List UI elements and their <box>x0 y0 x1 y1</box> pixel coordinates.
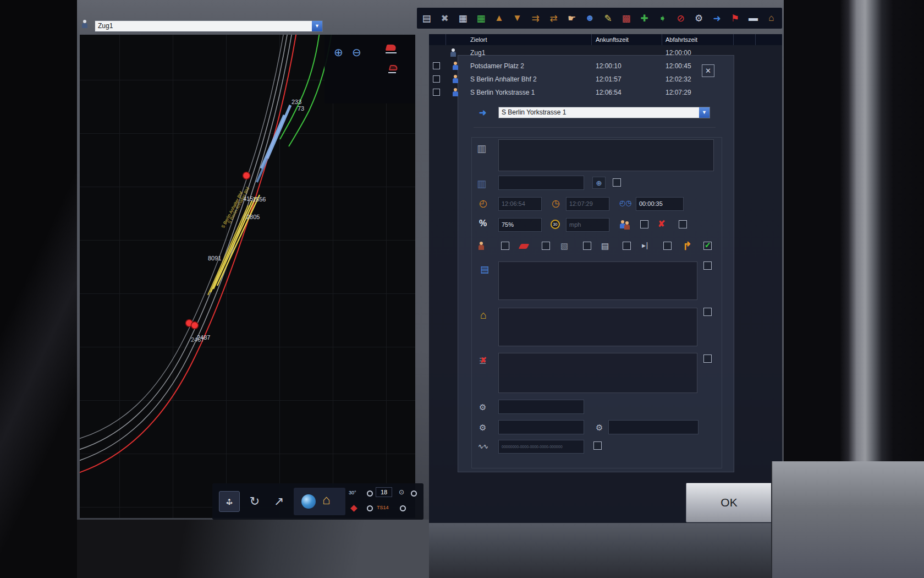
chevron-down-icon[interactable]: ▼ <box>699 107 710 118</box>
save-button[interactable]: ▤ <box>419 10 435 26</box>
lower-button[interactable]: ▼ <box>509 10 525 26</box>
passenger-icon <box>452 62 459 70</box>
depot-list-box[interactable] <box>498 308 697 346</box>
departure-clock-icon: ◷ <box>552 198 560 209</box>
map-label: 1556 <box>252 196 266 203</box>
pan-mode-button[interactable]: ↔ ↕ <box>219 491 240 512</box>
shift-forward-button[interactable]: ⇉ <box>527 10 543 26</box>
signal-marker-outline-icon[interactable] <box>389 65 398 70</box>
coupling-gear-icon: ⚙ <box>479 402 486 412</box>
home-view-icon[interactable]: ⌂ <box>322 492 331 508</box>
row-checkbox[interactable] <box>433 89 440 96</box>
raise-button[interactable]: ▲ <box>491 10 507 26</box>
no-rails-icon: ☰✘ <box>479 356 490 366</box>
train-marker-1[interactable] <box>243 172 250 179</box>
scenario-settings-button[interactable]: ⚙ <box>691 10 707 26</box>
signal-marker-icon[interactable] <box>386 45 397 51</box>
platform-list-checkbox[interactable] <box>703 261 712 270</box>
portal-button[interactable]: ➜ <box>709 10 725 26</box>
consist-icon: ▥ <box>477 143 486 155</box>
gauge-radio[interactable] <box>400 505 406 511</box>
skip-option-checkbox[interactable] <box>663 242 672 250</box>
world-view-icon[interactable] <box>301 494 316 509</box>
engine-checkbox[interactable] <box>613 178 621 187</box>
excluded-tracks-box[interactable] <box>498 353 697 393</box>
row-checkbox[interactable] <box>433 62 440 69</box>
delete-button[interactable]: ✖ <box>437 10 453 26</box>
zoom-out-button[interactable]: ⊖ <box>352 46 361 59</box>
zoom-in-button[interactable]: ⊕ <box>334 46 343 59</box>
driver-option-checkbox[interactable] <box>501 242 509 250</box>
edit-timetable-button[interactable]: ✎ <box>600 10 616 26</box>
grid-large-button[interactable]: ▦ <box>473 10 489 26</box>
signal-marker-base <box>388 72 396 73</box>
coupling-field-3[interactable] <box>608 420 698 434</box>
arrival-time-field[interactable]: 12:06:54 <box>498 197 542 211</box>
rotate-icon: ↻ <box>250 494 260 509</box>
uid-checkbox[interactable] <box>593 441 602 450</box>
texture-tool-button[interactable]: ▩ <box>618 10 634 26</box>
performance-field[interactable]: 75% <box>498 218 542 232</box>
platform-list-box[interactable] <box>498 261 697 300</box>
route-map[interactable]: 233 73 415 1556 2805 8091 2487 2467 S Be… <box>80 35 415 518</box>
ok-button[interactable]: OK <box>686 483 772 522</box>
track-red[interactable] <box>80 35 296 474</box>
gauge-label: TS14 <box>377 505 389 510</box>
row-departure: 12:00:45 <box>666 62 691 70</box>
save-icon: ▤ <box>422 13 431 24</box>
train-marker-3[interactable] <box>191 322 199 329</box>
chevron-down-icon[interactable]: ▼ <box>312 21 322 31</box>
track-grey-1[interactable] <box>80 35 292 462</box>
speed-unit-field[interactable]: mph <box>566 218 609 232</box>
stack-option-checkbox[interactable] <box>623 242 631 250</box>
row-checkbox[interactable] <box>433 75 440 83</box>
column-header-arrival: Ankunftszeit <box>596 36 629 43</box>
departure-time-field[interactable]: 12:07:29 <box>566 197 609 211</box>
engine-field[interactable] <box>498 176 584 190</box>
compass-icon[interactable] <box>350 505 358 512</box>
remove-service-button[interactable]: ⊘ <box>673 10 689 26</box>
depot-list-checkbox[interactable] <box>703 308 712 316</box>
track-grey-3[interactable] <box>80 35 284 440</box>
jump-to-button[interactable]: ↗ <box>268 491 289 512</box>
select-tool-button[interactable]: ☛ <box>564 10 580 26</box>
platform-marker-button[interactable]: ▬ <box>745 10 761 26</box>
table-row[interactable]: S Berlin Yorkstrasse 1 12:06:54 12:07:29 <box>429 86 782 99</box>
coupling-field-1[interactable] <box>498 400 584 414</box>
uid-field[interactable]: 00000000-0000-0000-0000-000000 <box>498 440 584 454</box>
map-label: 2467 <box>191 336 204 343</box>
compass-radio[interactable] <box>367 505 373 511</box>
stop-duration-field[interactable]: 00:00:35 <box>636 197 684 211</box>
add-instruction-button[interactable]: ➧ <box>654 10 670 26</box>
cancel-checkbox[interactable] <box>679 220 687 228</box>
destination-dropdown[interactable]: S Berlin Yorkstrasse 1 ▼ <box>498 107 710 118</box>
rotate-view-button[interactable]: ↻ <box>244 491 265 512</box>
table-row[interactable]: Potsdamer Platz 2 12:00:10 12:00:45 <box>429 59 782 73</box>
depot-button[interactable]: ⌂ <box>763 10 779 26</box>
train-selector-value: Zug1 <box>98 22 113 30</box>
passengers-checkbox[interactable] <box>640 220 648 228</box>
flag-marker-button[interactable]: ⚑ <box>727 10 743 26</box>
lock-radio[interactable] <box>411 490 417 497</box>
swap-direction-button[interactable]: ⇄ <box>546 10 562 26</box>
mask-option-checkbox[interactable] <box>583 242 591 250</box>
divider <box>474 127 716 128</box>
plus-arrow-icon: ➧ <box>658 13 666 24</box>
lock-icon[interactable]: ⊙ <box>399 488 404 496</box>
excluded-tracks-checkbox[interactable] <box>703 355 712 363</box>
add-service-button[interactable]: ✚ <box>636 10 652 26</box>
enabled-checkbox[interactable]: ✓ <box>703 242 712 250</box>
scene-floor <box>77 520 429 578</box>
coupling-field-2[interactable] <box>498 420 584 434</box>
seat-option-checkbox[interactable] <box>542 242 550 250</box>
consist-preview-box[interactable] <box>498 139 714 171</box>
grid-small-button[interactable]: ▦ <box>455 10 471 26</box>
engine-picker-button[interactable]: ⊕ <box>592 177 606 189</box>
rotation-value-box[interactable]: 18 <box>376 487 392 497</box>
passenger-tool-button[interactable]: ☻ <box>582 10 598 26</box>
gradient-radio[interactable] <box>367 490 373 497</box>
train-selector-dropdown[interactable]: Zug1 ▼ <box>95 20 323 32</box>
track-grey-2[interactable] <box>80 35 288 451</box>
table-row[interactable]: S Berlin Anhalter Bhf 2 12:01:57 12:02:3… <box>429 73 782 86</box>
table-row[interactable]: Zug1 12:00:00 <box>429 46 782 59</box>
